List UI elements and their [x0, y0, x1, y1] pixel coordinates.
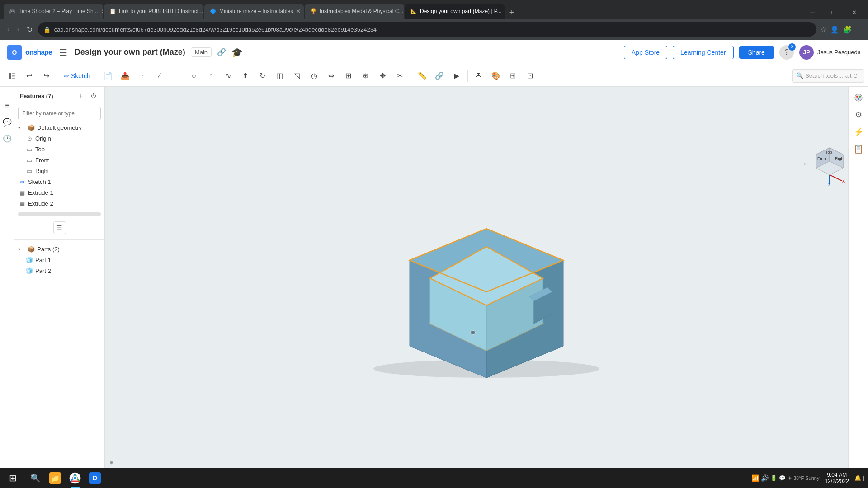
browser-tab-2[interactable]: 📋 Link to your PUBLISHED Instruct... ✕ [104, 4, 203, 19]
arc-button[interactable]: ◜ [203, 68, 219, 84]
browser-tab-4[interactable]: 🏆 Instructables Medal & Physical C... ✕ [305, 4, 404, 19]
taskbar-clock[interactable]: 9:04 AM 12/2/2022 [821, 471, 852, 485]
rect-button[interactable]: □ [169, 68, 185, 84]
chamfer-button[interactable]: ◹ [289, 68, 305, 84]
new-tab-button[interactable]: + [505, 6, 518, 19]
simulation-panel-button[interactable]: ⚡ [851, 125, 866, 139]
taskbar-search-button[interactable]: 🔍 [25, 468, 45, 488]
redo-button[interactable]: ↪ [38, 68, 54, 84]
branch-badge[interactable]: Main [191, 47, 212, 57]
notification-icon[interactable]: 💬 [779, 475, 786, 481]
link-icon[interactable]: 🔗 [217, 48, 226, 56]
circle-button[interactable]: ○ [186, 68, 202, 84]
bookmark-icon[interactable]: ☆ [820, 25, 826, 34]
battery-icon[interactable]: 🔋 [770, 475, 777, 481]
weather-info[interactable]: ☀ 38°F Sunny [788, 475, 820, 481]
browser-tab-3[interactable]: 🔷 Miniature maze – Instructables ✕ [204, 4, 304, 19]
notification-center-icon[interactable]: 🔔 [854, 475, 861, 481]
add-feature-button[interactable]: + [75, 90, 86, 101]
new-doc-button[interactable]: 📄 [100, 68, 116, 84]
search-tools-input[interactable]: 🔍 Search tools… alt C [792, 69, 864, 83]
tab3-close[interactable]: ✕ [296, 8, 301, 15]
tree-part2[interactable]: 🧊 Part 2 [14, 265, 104, 276]
help-button[interactable]: ? 3 [779, 45, 794, 60]
tree-front[interactable]: ▭ Front [14, 155, 104, 165]
maximize-button[interactable]: □ [823, 5, 844, 19]
hamburger-menu[interactable]: ☰ [57, 45, 69, 60]
speaker-icon[interactable]: 🔊 [761, 474, 769, 482]
profile-icon[interactable]: 👤 [830, 25, 839, 34]
viewport[interactable]: Right Front Top Z X ‹ [105, 87, 868, 470]
panel-toggle-button[interactable] [4, 68, 20, 84]
spline-button[interactable]: ∿ [220, 68, 236, 84]
line-button[interactable]: ∕ [151, 68, 168, 84]
pattern-button[interactable]: ⊞ [340, 68, 357, 84]
simulation-button[interactable]: ▶ [448, 68, 465, 84]
gizmo-left-arrow[interactable]: ‹ [804, 160, 806, 167]
reload-button[interactable]: ↻ [25, 23, 34, 36]
forward-button[interactable]: › [15, 23, 21, 35]
tree-part1[interactable]: 🧊 Part 1 [14, 254, 104, 265]
tree-sketch1[interactable]: ✏ Sketch 1 [14, 176, 104, 187]
render-button[interactable]: 🎨 [488, 68, 504, 84]
revolve-button[interactable]: ↻ [255, 68, 271, 84]
appearance-button[interactable] [851, 90, 866, 105]
tree-top[interactable]: ▭ Top [14, 144, 104, 155]
taskbar-design-app[interactable]: D [85, 468, 105, 488]
grid-button[interactable]: ⊞ [505, 68, 521, 84]
mirror-button[interactable]: ⇔ [323, 68, 340, 84]
user-profile[interactable]: JP Jesus Pesqueda [799, 45, 861, 60]
taskbar-file-explorer[interactable]: 📁 [45, 468, 65, 488]
import-button[interactable]: 📥 [117, 68, 133, 84]
network-icon[interactable]: 📶 [751, 474, 759, 482]
sketch-button[interactable]: ✏ Sketch [60, 70, 94, 81]
tree-extrude2[interactable]: ▤ Extrude 2 [14, 198, 104, 209]
shell-button[interactable]: ◫ [272, 68, 288, 84]
graduate-icon[interactable]: 🎓 [231, 47, 243, 58]
extrude-button[interactable]: ⬆ [237, 68, 254, 84]
tree-extrude1[interactable]: ▤ Extrude 1 [14, 187, 104, 198]
tree-default-geometry[interactable]: 📦 Default geometry [14, 122, 104, 133]
tree-parts[interactable]: 📦 Parts (2) [14, 244, 104, 254]
part2-icon: 🧊 [25, 267, 33, 275]
fillet-button[interactable]: ◷ [306, 68, 322, 84]
panel-scrollbar[interactable] [18, 212, 101, 216]
comments-nav-icon[interactable]: 💬 [1, 116, 14, 128]
history-button[interactable]: ⏱ [88, 90, 99, 101]
learning-center-button[interactable]: Learning Center [673, 46, 733, 59]
onshape-brand: onshape [25, 48, 52, 56]
zoom-fit-button[interactable]: ⊡ [522, 68, 538, 84]
filter-input[interactable] [18, 107, 101, 120]
properties-button[interactable]: 📋 [851, 142, 866, 156]
close-button[interactable]: ✕ [844, 5, 864, 19]
tab5-close[interactable]: ✕ [504, 8, 505, 15]
point-button[interactable]: · [134, 68, 151, 84]
boolean-button[interactable]: ⊕ [358, 68, 374, 84]
settings-icon[interactable]: ⋮ [855, 25, 863, 34]
tree-origin[interactable]: ⊙ Origin [14, 133, 104, 144]
tree-right[interactable]: ▭ Right [14, 165, 104, 176]
delete-face-button[interactable]: ✂ [392, 68, 408, 84]
features-nav-icon[interactable]: ≡ [1, 99, 14, 112]
extensions-icon[interactable]: 🧩 [843, 25, 852, 34]
view-options-button[interactable]: 👁 [471, 68, 487, 84]
collapse-list-button[interactable]: ☰ [53, 221, 66, 234]
mates-button[interactable]: ⚙ [851, 108, 866, 122]
undo-button[interactable]: ↩ [21, 68, 37, 84]
measure-button[interactable]: 📏 [414, 68, 430, 84]
mate-button[interactable]: 🔗 [431, 68, 448, 84]
share-button[interactable]: Share [739, 46, 774, 59]
app-store-button[interactable]: App Store [624, 46, 667, 59]
view-gizmo[interactable]: Right Front Top Z X ‹ [809, 141, 850, 186]
browser-tab-5[interactable]: 📐 Design your own part (Maze) | P... ✕ [405, 4, 505, 19]
show-desktop-icon[interactable]: | [863, 475, 864, 481]
history-nav-icon[interactable]: 🕐 [1, 132, 14, 145]
taskbar-chrome[interactable] [65, 468, 85, 488]
back-button[interactable]: ‹ [5, 23, 11, 35]
move-button[interactable]: ✥ [375, 68, 391, 84]
browser-tab-1[interactable]: 🎮 Time Shooter 2 – Play Time Sh... ✕ [4, 4, 103, 19]
minimize-button[interactable]: ─ [802, 5, 823, 19]
address-bar[interactable]: 🔒 cad.onshape.com/documents/cf067de300b0… [38, 22, 816, 37]
start-button[interactable]: ⊞ [0, 468, 25, 488]
tab1-close[interactable]: ✕ [101, 8, 103, 15]
